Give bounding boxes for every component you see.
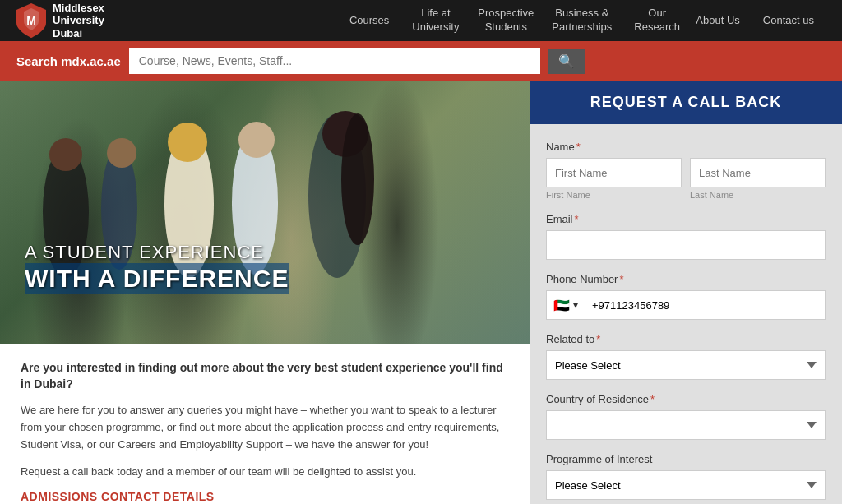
left-text: Are you interested in finding out more a… xyxy=(0,344,530,504)
nav-about[interactable]: About Us xyxy=(684,0,751,41)
hero-image: A STUDENT EXPERIENCE WITH A DIFFERENCE xyxy=(0,81,530,344)
hero-people-svg xyxy=(0,81,477,344)
main-content: A STUDENT EXPERIENCE WITH A DIFFERENCE A… xyxy=(0,81,842,504)
svg-point-5 xyxy=(107,138,136,168)
search-label: Search mdx.ac.ae xyxy=(16,54,121,68)
content-para2: Request a call back today and a member o… xyxy=(21,464,509,481)
nav-life[interactable]: Life atUniversity xyxy=(400,0,466,41)
uae-flag-icon: 🇦🇪 xyxy=(553,298,570,313)
content-heading: Are you interested in finding out more a… xyxy=(21,360,509,392)
phone-label: Phone Number* xyxy=(546,273,826,285)
svg-point-3 xyxy=(49,138,82,171)
search-input[interactable] xyxy=(129,48,540,74)
nav-links: Courses Life atUniversity ProspectiveStu… xyxy=(338,0,826,41)
form-body: Name* First Name Last Name Email* xyxy=(530,124,842,504)
navbar: M Middlesex University Dubai Courses Lif… xyxy=(0,0,842,41)
country-group: Country of Residence* United Arab Emirat… xyxy=(546,393,826,440)
left-section: A STUDENT EXPERIENCE WITH A DIFFERENCE A… xyxy=(0,81,530,504)
content-para1: We are here for you to answer any querie… xyxy=(21,402,509,453)
search-bar: Search mdx.ac.ae 🔍 xyxy=(0,41,842,81)
hero-line2: WITH A DIFFERENCE xyxy=(25,263,289,294)
name-group: Name* First Name Last Name xyxy=(546,141,826,200)
svg-point-9 xyxy=(238,122,275,158)
admissions-heading: ADMISSIONS CONTACT DETAILS xyxy=(21,490,509,503)
call-back-form-section: REQUEST A CALL BACK Name* First Name Las… xyxy=(530,81,842,504)
email-group: Email* xyxy=(546,213,826,260)
last-name-field: Last Name xyxy=(690,158,826,200)
hero-line1: A STUDENT EXPERIENCE xyxy=(25,242,505,263)
nav-research[interactable]: OurResearch xyxy=(622,0,684,41)
programme-group: Programme of Interest Please Select Busi… xyxy=(546,453,826,500)
svg-text:M: M xyxy=(26,14,36,27)
programme-label: Programme of Interest xyxy=(546,453,826,465)
nav-business[interactable]: Business &Partnerships xyxy=(540,0,622,41)
name-label: Name* xyxy=(546,141,826,153)
phone-input[interactable] xyxy=(585,299,825,312)
search-button[interactable]: 🔍 xyxy=(548,49,585,74)
name-row: First Name Last Name xyxy=(546,158,826,200)
related-label: Related to* xyxy=(546,333,826,345)
site-logo[interactable]: M Middlesex University Dubai xyxy=(16,2,148,40)
phone-row: 🇦🇪 ▾ xyxy=(546,290,826,320)
first-name-field: First Name xyxy=(546,158,682,200)
country-label: Country of Residence* xyxy=(546,393,826,405)
country-select[interactable]: United Arab Emirates United Kingdom Indi… xyxy=(546,410,826,440)
form-title: REQUEST A CALL BACK xyxy=(530,81,842,124)
svg-point-12 xyxy=(341,113,374,245)
related-group: Related to* Please Select Admissions Stu… xyxy=(546,333,826,380)
nav-contact[interactable]: Contact us xyxy=(752,0,826,41)
phone-flag-selector[interactable]: 🇦🇪 ▾ xyxy=(547,298,585,313)
hero-text-overlay: A STUDENT EXPERIENCE WITH A DIFFERENCE xyxy=(25,242,505,294)
first-name-input[interactable] xyxy=(546,158,682,187)
programme-select[interactable]: Please Select Business Art & Design Law … xyxy=(546,470,826,500)
email-label: Email* xyxy=(546,213,826,225)
last-name-label: Last Name xyxy=(690,190,826,200)
email-input[interactable] xyxy=(546,230,826,260)
logo-shield-icon: M xyxy=(16,3,46,38)
first-name-label: First Name xyxy=(546,190,682,200)
nav-courses[interactable]: Courses xyxy=(338,0,400,41)
related-select[interactable]: Please Select Admissions Student Service… xyxy=(546,350,826,380)
nav-prospective[interactable]: ProspectiveStudents xyxy=(466,0,540,41)
last-name-input[interactable] xyxy=(690,158,826,187)
svg-point-7 xyxy=(168,123,207,162)
phone-flag-chevron: ▾ xyxy=(573,299,578,311)
phone-group: Phone Number* 🇦🇪 ▾ xyxy=(546,273,826,320)
